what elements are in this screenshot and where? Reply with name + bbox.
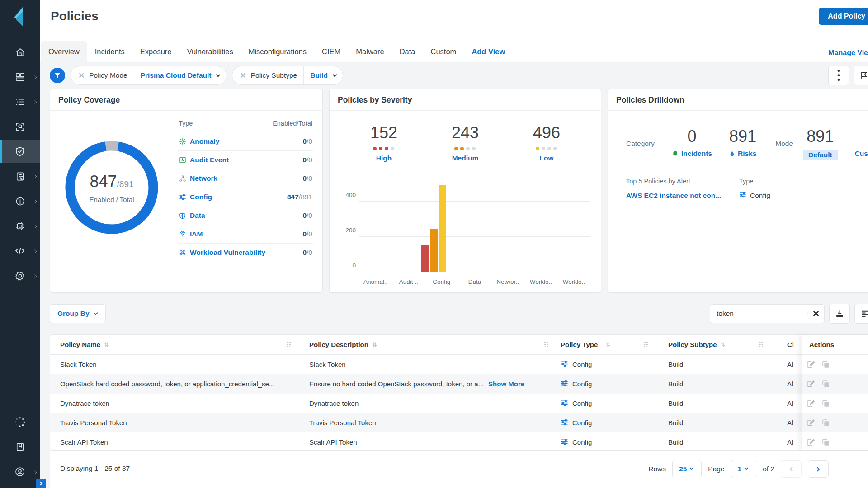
risks-link[interactable]: Risks bbox=[729, 150, 756, 158]
remove-filter-icon[interactable]: ✕ bbox=[232, 71, 250, 80]
manage-views-link[interactable]: Manage Vie bbox=[828, 49, 868, 57]
medium-link[interactable]: Medium bbox=[452, 154, 479, 162]
low-link[interactable]: Low bbox=[533, 154, 560, 162]
page-title: Policies bbox=[51, 9, 99, 23]
displaying-count: Displaying 1 - 25 of 37 bbox=[60, 460, 130, 473]
clone-icon[interactable] bbox=[821, 438, 830, 446]
home-icon bbox=[15, 47, 25, 57]
sidebar-item-governance-policies[interactable] bbox=[0, 140, 40, 163]
table-row[interactable]: OpenStack hard coded password, token, or… bbox=[50, 374, 868, 394]
tab-data[interactable]: Data bbox=[392, 41, 423, 62]
sidebar-item-compliance[interactable] bbox=[0, 165, 40, 188]
chevron-left-icon bbox=[790, 467, 794, 471]
edit-icon[interactable] bbox=[807, 380, 815, 388]
edit-icon[interactable] bbox=[807, 418, 815, 427]
sort-icon[interactable]: ⇅ bbox=[104, 341, 109, 348]
table-toolbar: Group By ✕ bbox=[40, 293, 868, 334]
table-row[interactable]: Dynatrace token Dynatrace token Config B… bbox=[50, 394, 868, 413]
column-header-policy-subtype[interactable]: Policy Subtype⇅ bbox=[654, 335, 769, 354]
edit-icon[interactable] bbox=[807, 399, 815, 408]
group-by-dropdown[interactable]: Group By bbox=[50, 304, 106, 323]
sidebar-item-compute[interactable] bbox=[0, 215, 40, 237]
tab-malware[interactable]: Malware bbox=[348, 41, 392, 62]
column-resize-handle[interactable] bbox=[643, 341, 648, 348]
edit-icon[interactable] bbox=[807, 438, 815, 446]
medium-bar[interactable] bbox=[430, 229, 438, 272]
policy-name-cell[interactable]: Travis Personal Token bbox=[50, 419, 297, 427]
table-row[interactable]: Travis Personal Token Travis Personal To… bbox=[50, 413, 868, 432]
clone-icon[interactable] bbox=[821, 360, 830, 369]
sidebar-item-home[interactable] bbox=[0, 41, 40, 63]
sidebar-item-settings[interactable] bbox=[0, 264, 40, 287]
policy-name-cell[interactable]: Dynatrace token bbox=[50, 399, 297, 407]
search-input[interactable] bbox=[717, 310, 807, 318]
policy-name-cell[interactable]: Slack Token bbox=[50, 361, 297, 368]
tab-misconfigurations[interactable]: Misconfigurations bbox=[241, 41, 314, 62]
tab-incidents[interactable]: Incidents bbox=[87, 41, 132, 62]
default-mode-selected[interactable]: Default bbox=[803, 150, 838, 160]
sidebar-item-discovery[interactable] bbox=[0, 115, 40, 138]
severity-stat-low: 496 Low bbox=[533, 123, 560, 162]
x-axis-labels: Anomal.. Audit .. Config Data Networ.. W… bbox=[359, 278, 590, 285]
column-resize-handle[interactable] bbox=[544, 341, 549, 348]
sidebar-item-inventory[interactable] bbox=[0, 90, 40, 113]
add-policy-button[interactable]: Add Policy bbox=[819, 8, 868, 25]
policy-name-cell[interactable]: OpenStack hard coded password, token, or… bbox=[50, 380, 297, 388]
column-resize-handle[interactable] bbox=[286, 341, 291, 348]
tab-ciem[interactable]: CIEM bbox=[314, 41, 348, 62]
compliance-report-icon bbox=[15, 171, 25, 182]
download-button[interactable] bbox=[829, 304, 850, 324]
incidents-link[interactable]: Incidents bbox=[672, 150, 712, 158]
remove-filter-icon[interactable]: ✕ bbox=[71, 71, 89, 80]
sidebar-item-code-security[interactable] bbox=[0, 239, 40, 262]
add-view-button[interactable]: Add View bbox=[464, 41, 513, 62]
sidebar-item-bookmarks[interactable] bbox=[0, 436, 40, 458]
more-options-button[interactable]: ••• bbox=[828, 66, 849, 85]
low-bar[interactable] bbox=[439, 185, 446, 272]
chevron-right-icon bbox=[816, 467, 820, 471]
column-resize-handle[interactable] bbox=[759, 341, 764, 348]
prisma-cloud-logo-icon[interactable] bbox=[10, 6, 29, 29]
sidebar-item-profile[interactable] bbox=[0, 460, 40, 483]
sidebar-item-dashboards[interactable] bbox=[0, 66, 40, 88]
tab-overview[interactable]: Overview bbox=[41, 41, 87, 62]
incidents-metric: 0 Incidents bbox=[672, 127, 712, 158]
rows-per-page-select[interactable]: 25 bbox=[672, 460, 702, 478]
clone-icon[interactable] bbox=[821, 399, 830, 408]
page-select[interactable]: 1 bbox=[731, 460, 757, 478]
edit-icon[interactable] bbox=[807, 360, 815, 369]
filter-value-dropdown[interactable]: Prisma Cloud Default bbox=[134, 71, 215, 80]
sort-icon[interactable]: ⇅ bbox=[605, 341, 610, 348]
high-link[interactable]: High bbox=[370, 154, 397, 162]
previous-page-button[interactable] bbox=[781, 460, 802, 478]
high-bar[interactable] bbox=[421, 245, 429, 272]
column-header-policy-name[interactable]: Policy Name⇅ bbox=[50, 335, 297, 354]
tab-vulnerabilities[interactable]: Vulnerabilities bbox=[179, 41, 241, 62]
spinner-dots-icon bbox=[14, 416, 26, 428]
sort-icon[interactable]: ⇅ bbox=[721, 341, 726, 348]
sidebar-expand-button[interactable] bbox=[36, 479, 46, 488]
save-filter-button[interactable] bbox=[854, 66, 868, 85]
sidebar-item-alerts[interactable] bbox=[0, 190, 40, 212]
download-icon bbox=[835, 310, 844, 318]
clear-search-icon[interactable]: ✕ bbox=[812, 309, 820, 319]
filter-funnel-button[interactable] bbox=[50, 68, 65, 83]
custom-mode-link[interactable]: Custom bbox=[855, 150, 868, 158]
next-page-button[interactable] bbox=[808, 460, 829, 478]
clone-icon[interactable] bbox=[821, 380, 830, 388]
column-header-policy-description[interactable]: Policy Description⇅ bbox=[297, 335, 554, 354]
show-more-link[interactable]: Show More bbox=[488, 380, 524, 388]
policy-name-cell[interactable]: Scalr API Token bbox=[50, 438, 297, 446]
sort-icon[interactable]: ⇅ bbox=[372, 341, 377, 348]
table-row[interactable]: Slack Token Slack Token Config Build Al bbox=[50, 355, 868, 374]
tab-custom[interactable]: Custom bbox=[423, 41, 464, 62]
tab-exposure[interactable]: Exposure bbox=[132, 41, 179, 62]
custom-count: 0 bbox=[855, 127, 868, 146]
policy-link[interactable]: AWS EC2 instance not con... bbox=[626, 192, 721, 199]
table-row[interactable]: Scalr API Token Scalr API Token Config B… bbox=[50, 432, 868, 452]
filter-value-dropdown[interactable]: Build bbox=[304, 71, 331, 80]
column-settings-button[interactable] bbox=[854, 304, 868, 324]
policies-drilldown-card: Policies Drilldown Category 0 Incidents … bbox=[608, 89, 868, 293]
clone-icon[interactable] bbox=[821, 418, 830, 427]
column-header-policy-type[interactable]: Policy Type⇅ bbox=[554, 335, 654, 354]
